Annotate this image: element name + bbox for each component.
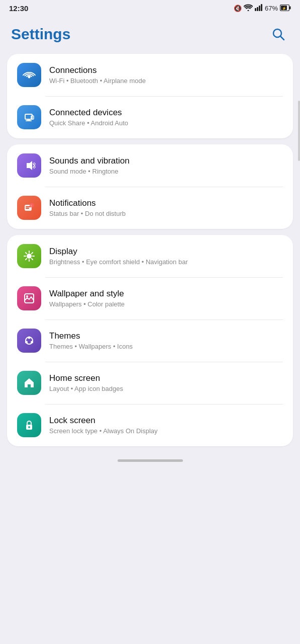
- sounds-title: Sounds and vibration: [49, 156, 283, 166]
- display-title: Display: [49, 247, 283, 257]
- svg-point-38: [28, 426, 30, 428]
- lock-screen-item[interactable]: Lock screen Screen lock type • Always On…: [7, 404, 293, 446]
- page-header: Settings: [0, 15, 300, 54]
- status-bar: 12:30 🔇 67% ⚡: [0, 0, 300, 15]
- svg-line-9: [281, 37, 284, 40]
- status-time: 12:30: [9, 4, 28, 13]
- sounds-vibration-item[interactable]: Sounds and vibration Sound mode • Ringto…: [7, 144, 293, 187]
- display-item[interactable]: Display Brightness • Eye comfort shield …: [7, 235, 293, 277]
- svg-line-28: [32, 259, 33, 260]
- wallpaper-item[interactable]: Wallpaper and style Wallpapers • Color p…: [7, 277, 293, 319]
- svg-point-10: [28, 76, 31, 78]
- themes-item[interactable]: Themes Themes • Wallpapers • Icons: [7, 319, 293, 362]
- connected-devices-subtitle: Quick Share • Android Auto: [49, 119, 283, 127]
- connections-icon: [17, 63, 41, 87]
- themes-icon: [17, 329, 41, 353]
- home-screen-title: Home screen: [49, 373, 283, 383]
- svg-text:⚡: ⚡: [282, 6, 286, 11]
- battery-level: 67%: [265, 5, 278, 12]
- lock-screen-icon: [17, 413, 41, 437]
- wallpaper-icon: [17, 286, 41, 310]
- svg-rect-19: [26, 208, 29, 209]
- wifi-icon: [244, 4, 253, 13]
- svg-text:!: !: [31, 204, 32, 207]
- card-connections: Connections Wi-Fi • Bluetooth • Airplane…: [7, 54, 293, 138]
- lock-screen-title: Lock screen: [49, 416, 283, 426]
- svg-marker-15: [27, 161, 32, 170]
- notifications-text: Notifications Status bar • Do not distur…: [49, 198, 283, 217]
- home-indicator: [0, 452, 300, 466]
- notifications-title: Notifications: [49, 198, 283, 208]
- card-display: Display Brightness • Eye comfort shield …: [7, 235, 293, 446]
- wallpaper-text: Wallpaper and style Wallpapers • Color p…: [49, 289, 283, 308]
- svg-rect-2: [259, 6, 260, 11]
- connections-subtitle: Wi-Fi • Bluetooth • Airplane mode: [49, 77, 283, 85]
- notifications-subtitle: Status bar • Do not disturb: [49, 210, 283, 217]
- svg-rect-6: [289, 6, 291, 9]
- home-bar: [118, 459, 183, 462]
- svg-line-29: [32, 253, 33, 254]
- svg-point-35: [31, 341, 33, 344]
- svg-point-32: [26, 295, 28, 297]
- card-sounds: Sounds and vibration Sound mode • Ringto…: [7, 144, 293, 229]
- battery-icon: ⚡: [280, 5, 291, 13]
- sounds-text: Sounds and vibration Sound mode • Ringto…: [49, 156, 283, 175]
- connected-devices-title: Connected devices: [49, 108, 283, 118]
- svg-point-36: [25, 341, 28, 344]
- mute-icon: 🔇: [234, 5, 242, 12]
- signal-icon: [255, 4, 263, 13]
- connected-devices-text: Connected devices Quick Share • Android …: [49, 108, 283, 127]
- sounds-icon: [17, 153, 41, 178]
- svg-point-34: [28, 337, 31, 339]
- scrollbar[interactable]: [298, 101, 300, 161]
- themes-title: Themes: [49, 331, 283, 341]
- wallpaper-subtitle: Wallpapers • Color palette: [49, 300, 283, 308]
- svg-rect-0: [255, 8, 256, 11]
- display-icon: [17, 244, 41, 268]
- svg-rect-18: [26, 206, 31, 207]
- page-title: Settings: [11, 26, 70, 43]
- svg-rect-3: [261, 4, 262, 11]
- display-text: Display Brightness • Eye comfort shield …: [49, 247, 283, 266]
- lock-screen-subtitle: Screen lock type • Always On Display: [49, 427, 283, 435]
- connected-devices-item[interactable]: Connected devices Quick Share • Android …: [7, 96, 293, 138]
- connections-item[interactable]: Connections Wi-Fi • Bluetooth • Airplane…: [7, 54, 293, 96]
- search-button[interactable]: [268, 24, 289, 45]
- wallpaper-title: Wallpaper and style: [49, 289, 283, 299]
- svg-rect-1: [257, 7, 258, 11]
- notifications-item[interactable]: ! Notifications Status bar • Do not dist…: [7, 187, 293, 229]
- svg-line-30: [26, 259, 27, 260]
- svg-point-8: [273, 29, 281, 37]
- display-subtitle: Brightness • Eye comfort shield • Naviga…: [49, 258, 283, 266]
- svg-line-27: [26, 253, 27, 254]
- home-screen-subtitle: Layout • App icon badges: [49, 385, 283, 392]
- status-icons: 🔇 67% ⚡: [234, 4, 291, 13]
- lock-screen-text: Lock screen Screen lock type • Always On…: [49, 416, 283, 435]
- themes-text: Themes Themes • Wallpapers • Icons: [49, 331, 283, 350]
- notifications-icon: !: [17, 196, 41, 220]
- connections-text: Connections Wi-Fi • Bluetooth • Airplane…: [49, 65, 283, 85]
- connected-devices-icon: [17, 105, 41, 129]
- home-screen-text: Home screen Layout • App icon badges: [49, 373, 283, 392]
- sounds-subtitle: Sound mode • Ringtone: [49, 168, 283, 175]
- svg-point-22: [27, 254, 32, 259]
- home-screen-icon: [17, 371, 41, 395]
- home-screen-item[interactable]: Home screen Layout • App icon badges: [7, 362, 293, 404]
- themes-subtitle: Themes • Wallpapers • Icons: [49, 343, 283, 350]
- connections-title: Connections: [49, 65, 283, 75]
